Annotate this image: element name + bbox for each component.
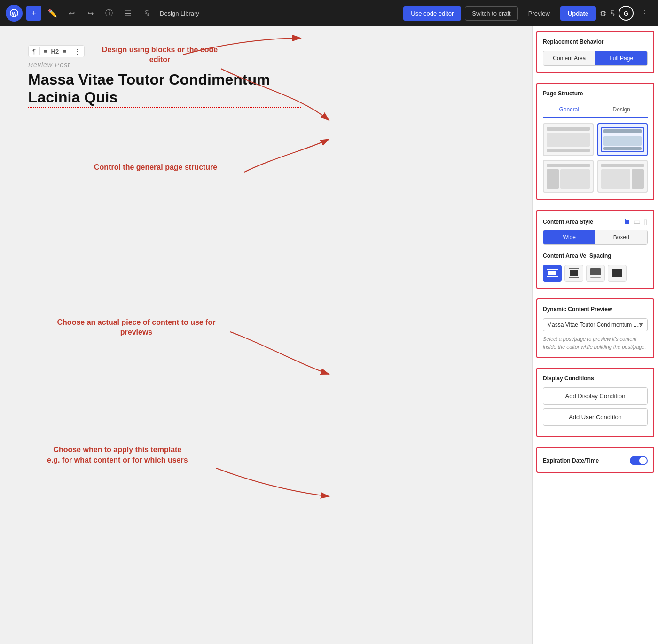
expiration-title: Expiration Date/Time xyxy=(543,457,599,464)
arrows-overlay xyxy=(0,26,532,644)
more-block-options-icon[interactable]: ⋮ xyxy=(74,48,80,55)
monitor-icon[interactable]: 🖥 xyxy=(623,217,631,226)
page-structure-title: Page Structure xyxy=(543,90,648,97)
spacing-btn-1[interactable] xyxy=(543,265,562,282)
spacing-btn-2[interactable] xyxy=(564,265,583,282)
tab-design[interactable]: Design xyxy=(595,102,648,118)
toolbar-right-actions: Use code editor Switch to draft Preview … xyxy=(403,6,652,21)
add-user-condition-button[interactable]: Add User Condition xyxy=(543,408,648,426)
spacing-btn-3[interactable] xyxy=(586,265,605,282)
user-avatar[interactable]: G xyxy=(619,6,634,21)
edit-icon[interactable]: ✏️ xyxy=(45,6,60,21)
content-area-spacing-title: Content Area Vel Spacing xyxy=(543,252,648,259)
switch-to-draft-button[interactable]: Switch to draft xyxy=(465,6,517,21)
wp-logo[interactable]: W xyxy=(6,5,23,22)
layout-thumb-4[interactable] xyxy=(597,160,648,193)
tab-general[interactable]: General xyxy=(543,102,595,118)
annotation-display-conditions: Choose when to apply this templatee.g. f… xyxy=(47,445,188,466)
replacement-behavior-panel: Replacement Behavior Content Area Full P… xyxy=(536,31,654,73)
dynamic-content-preview-panel: Dynamic Content Preview Massa Vitae Tout… xyxy=(536,298,654,358)
expiration-toggle[interactable] xyxy=(630,456,648,465)
spacing-options xyxy=(543,265,648,282)
display-conditions-panel: Display Conditions Add Display Condition… xyxy=(536,368,654,437)
wide-button[interactable]: Wide xyxy=(543,230,595,244)
layout-thumb-2[interactable] xyxy=(597,123,648,156)
svg-text:W: W xyxy=(12,11,17,16)
more-options-icon[interactable]: ⋮ xyxy=(637,6,652,21)
display-conditions-title: Display Conditions xyxy=(543,375,648,382)
settings-gear-icon[interactable]: ⚙ xyxy=(600,9,606,18)
toggle-knob xyxy=(639,457,647,464)
dynamic-content-preview-title: Dynamic Content Preview xyxy=(543,306,648,313)
ghost-title: Review Post xyxy=(28,61,504,69)
expiration-panel: Expiration Date/Time xyxy=(536,447,654,473)
expiration-row: Expiration Date/Time xyxy=(543,456,648,465)
redo-icon[interactable]: ↪ xyxy=(83,6,98,21)
use-code-editor-button[interactable]: Use code editor xyxy=(403,6,461,21)
undo-icon[interactable]: ↩ xyxy=(64,6,79,21)
dynamic-content-select[interactable]: Massa Vitae Toutor Condimentum L... xyxy=(543,318,648,331)
add-display-condition-button[interactable]: Add Display Condition xyxy=(543,387,648,405)
boxed-button[interactable]: Boxed xyxy=(595,230,648,244)
editor-heading[interactable]: Massa Vitae Toutor Condimentum Lacinia Q… xyxy=(28,71,301,108)
tablet-icon[interactable]: ▭ xyxy=(634,217,641,226)
content-area-button[interactable]: Content Area xyxy=(543,51,595,65)
replacement-behavior-title: Replacement Behavior xyxy=(543,39,648,45)
align-icon[interactable]: ≡ xyxy=(63,48,66,55)
toolbar: W + ✏️ ↩ ↪ ⓘ ☰ 𝕊 Design Library Use code… xyxy=(0,0,658,26)
layout-thumb-3[interactable] xyxy=(543,160,594,193)
update-button[interactable]: Update xyxy=(560,6,596,21)
spacing-btn-4[interactable] xyxy=(608,265,627,282)
paragraph-icon[interactable]: ¶ xyxy=(32,48,36,55)
page-structure-panel: Page Structure General Design xyxy=(536,83,654,200)
page-structure-tabs: General Design xyxy=(543,102,648,118)
stribe-icon[interactable]: 𝕊 xyxy=(139,6,154,21)
preview-button[interactable]: Preview xyxy=(522,7,556,20)
mobile-icon[interactable]: ▯ xyxy=(643,217,648,226)
align-left-icon[interactable]: ≡ xyxy=(44,48,47,55)
content-area-style-panel: Content Area Style 🖥 ▭ ▯ Wide Boxed Cont… xyxy=(536,210,654,289)
info-icon[interactable]: ⓘ xyxy=(102,6,117,21)
editor-area: ¶ ≡ H2 ≡ ⋮ Review Post Massa Vitae Touto… xyxy=(0,26,532,644)
right-sidebar: Replacement Behavior Content Area Full P… xyxy=(532,26,658,644)
dynamic-content-hint: Select a post/page to preview it's conte… xyxy=(543,335,648,351)
block-toolbar: ¶ ≡ H2 ≡ ⋮ xyxy=(28,45,85,57)
design-library-label: Design Library xyxy=(160,10,199,17)
layout-thumb-1[interactable] xyxy=(543,123,594,156)
full-page-button[interactable]: Full Page xyxy=(595,51,648,65)
h2-label[interactable]: H2 xyxy=(51,48,59,55)
content-area-style-toggle: Wide Boxed xyxy=(543,230,648,245)
content-area-style-title: Content Area Style xyxy=(543,219,593,225)
replacement-behavior-toggle: Content Area Full Page xyxy=(543,51,648,66)
layout-thumbnails xyxy=(543,123,648,193)
annotation-content-preview: Choose an actual piece of content to use… xyxy=(47,318,226,338)
list-view-icon[interactable]: ☰ xyxy=(120,6,135,21)
stribe-toolbar-icon[interactable]: 𝕊 xyxy=(610,9,615,18)
annotation-page-structure: Control the general page structure xyxy=(94,163,217,173)
main-layout: ¶ ≡ H2 ≡ ⋮ Review Post Massa Vitae Touto… xyxy=(0,26,658,644)
add-block-button[interactable]: + xyxy=(26,6,41,21)
